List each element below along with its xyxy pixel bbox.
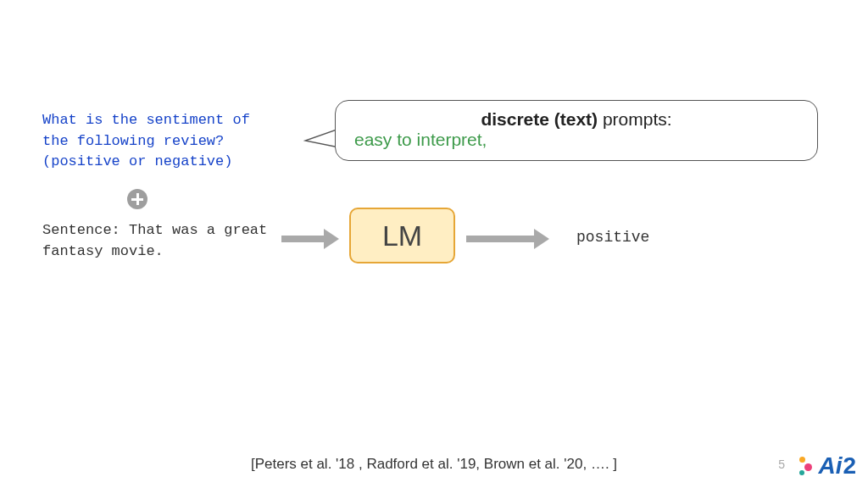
prompt-question-text: What is the sentiment of the following r…: [42, 110, 280, 173]
speech-bubble-tail: [303, 125, 339, 152]
citation-text: [Peters et al. '18 , Radford et al. '19,…: [0, 456, 868, 473]
callout-box: discrete (text) prompts: easy to interpr…: [335, 100, 818, 161]
arrow-lm-to-output: [466, 229, 549, 249]
input-sentence-text: Sentence: That was a great fantasy movie…: [42, 220, 280, 262]
lm-model-box: LM: [349, 208, 455, 263]
page-number: 5: [778, 458, 785, 471]
output-label: positive: [576, 229, 649, 246]
logo-dots-icon: [799, 455, 816, 477]
svg-marker-0: [305, 129, 339, 147]
ai2-logo: Ai2: [799, 452, 856, 480]
callout-title: discrete (text) prompts:: [354, 109, 798, 130]
arrow-input-to-lm: [281, 229, 339, 249]
plus-icon: [127, 189, 147, 209]
callout-subtitle: easy to interpret,: [354, 130, 798, 150]
